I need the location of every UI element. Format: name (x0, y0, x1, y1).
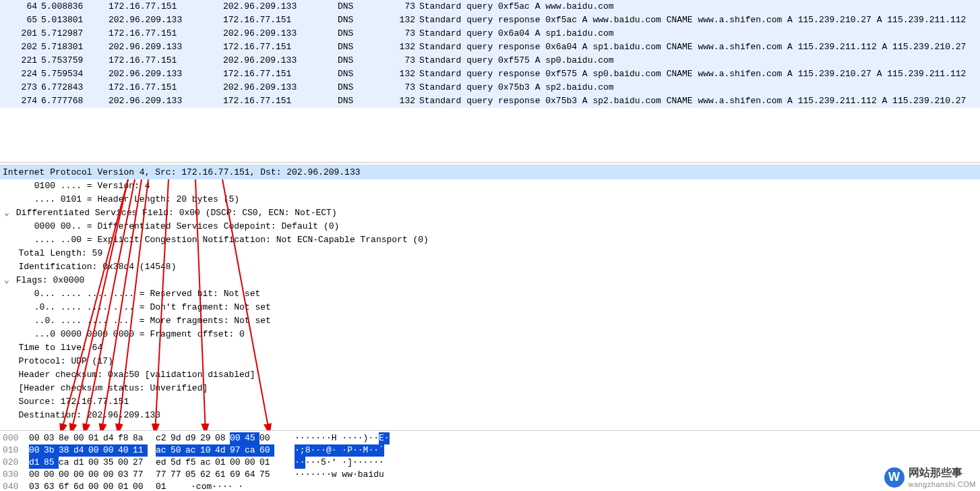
hex-byte[interactable]: 35 (103, 457, 118, 469)
hex-byte[interactable]: 08 (215, 432, 230, 444)
hex-byte[interactable]: 69 (230, 469, 245, 481)
hex-byte[interactable]: 03 (118, 469, 133, 481)
hex-dump-pane[interactable]: 000 00038e0001d4f88ac29dd92908004500····… (0, 430, 980, 491)
hex-byte[interactable]: 00 (103, 481, 118, 491)
hex-byte[interactable]: 5d (171, 457, 185, 469)
hex-byte[interactable]: 00 (88, 444, 103, 457)
detail-line[interactable]: Header checksum: 0xac50 [validation disa… (0, 368, 980, 382)
hex-byte[interactable]: 00 (245, 457, 259, 469)
hex-byte[interactable]: 05 (185, 469, 200, 481)
hex-byte[interactable]: 8e (59, 432, 73, 444)
detail-line[interactable]: ..0. .... .... .... = More fragments: No… (0, 314, 980, 328)
detail-line[interactable]: 0000 00.. = Differentiated Services Code… (0, 220, 980, 233)
hex-byte[interactable]: c2 (156, 432, 171, 444)
detail-line[interactable]: Source: 172.16.77.151 (0, 395, 980, 409)
hex-byte[interactable]: 61 (215, 469, 230, 481)
hex-byte[interactable]: 00 (73, 469, 88, 481)
packet-row[interactable]: 2215.753759172.16.77.151202.96.209.133DN… (0, 54, 980, 67)
packet-detail-pane[interactable]: Internet Protocol Version 4, Src: 172.16… (0, 166, 980, 430)
hex-byte[interactable]: d9 (185, 432, 200, 444)
hex-byte[interactable]: 00 (29, 444, 44, 457)
detail-line[interactable]: Time to live: 64 (0, 341, 980, 355)
detail-line[interactable]: ⌄ Differentiated Services Field: 0x00 (D… (0, 206, 980, 220)
detail-line[interactable]: [Header checksum status: Unverified] (0, 382, 980, 395)
hex-byte[interactable]: 4d (215, 444, 230, 457)
hex-byte[interactable]: 03 (29, 481, 44, 491)
packet-row[interactable]: 2015.712987172.16.77.151202.96.209.133DN… (0, 27, 980, 40)
hex-byte[interactable]: 01 (215, 457, 230, 469)
hex-row[interactable]: 040 03636f6d0000010001·com···· · (0, 481, 980, 491)
hex-byte[interactable]: ac (200, 457, 215, 469)
packet-row[interactable]: 2025.718301202.96.209.133172.16.77.151DN… (0, 40, 980, 54)
hex-byte[interactable]: ac (156, 444, 171, 457)
detail-line[interactable]: Protocol: UDP (17) (0, 355, 980, 368)
hex-byte[interactable]: 01 (88, 432, 103, 444)
hex-byte[interactable]: 11 (133, 444, 148, 457)
hex-byte[interactable]: 63 (44, 481, 59, 491)
hex-byte[interactable]: 6d (73, 481, 88, 491)
hex-byte[interactable]: 00 (44, 469, 59, 481)
hex-byte[interactable]: 8a (133, 432, 148, 444)
hex-byte[interactable]: 00 (230, 457, 245, 469)
hex-byte[interactable]: d4 (103, 432, 118, 444)
hex-byte[interactable]: 01 (259, 457, 274, 469)
hex-byte[interactable]: 00 (103, 469, 118, 481)
hex-byte[interactable]: d1 (73, 457, 88, 469)
hex-byte[interactable]: 00 (59, 469, 73, 481)
detail-line[interactable]: Identification: 0x38d4 (14548) (0, 260, 980, 274)
detail-line[interactable]: 0... .... .... .... = Reserved bit: Not … (0, 287, 980, 301)
detail-line[interactable]: .0.. .... .... .... = Don't fragment: No… (0, 301, 980, 314)
detail-line[interactable]: Total Length: 59 (0, 247, 980, 260)
detail-line[interactable]: ⌄ Flags: 0x0000 (0, 274, 980, 287)
hex-byte[interactable]: 77 (133, 469, 148, 481)
hex-byte[interactable]: 38 (59, 444, 73, 457)
hex-byte[interactable]: 3b (44, 444, 59, 457)
hex-byte[interactable]: 40 (118, 444, 133, 457)
hex-byte[interactable]: 85 (44, 457, 59, 469)
hex-byte[interactable]: 00 (88, 457, 103, 469)
hex-byte[interactable]: 9d (171, 432, 185, 444)
hex-byte[interactable]: 10 (200, 444, 215, 457)
packet-row[interactable]: 655.013801202.96.209.133172.16.77.151DNS… (0, 13, 980, 27)
ipv4-header-line[interactable]: Internet Protocol Version 4, Src: 172.16… (0, 166, 980, 179)
hex-byte[interactable]: 00 (29, 469, 44, 481)
hex-byte[interactable]: ca (59, 457, 73, 469)
hex-byte[interactable]: 45 (245, 432, 259, 444)
hex-byte[interactable]: d1 (29, 457, 44, 469)
hex-byte[interactable]: 03 (44, 432, 59, 444)
hex-byte[interactable]: 29 (200, 432, 215, 444)
hex-byte[interactable]: 6f (59, 481, 73, 491)
hex-byte[interactable]: 01 (118, 481, 133, 491)
detail-line[interactable]: .... 0101 = Header Length: 20 bytes (5) (0, 193, 980, 206)
packet-row[interactable]: 2245.759534202.96.209.133172.16.77.151DN… (0, 67, 980, 81)
hex-byte[interactable]: ed (156, 457, 171, 469)
hex-byte[interactable]: 64 (245, 469, 259, 481)
hex-byte[interactable]: 00 (88, 469, 103, 481)
hex-byte[interactable]: 97 (230, 444, 245, 457)
hex-byte[interactable]: 00 (133, 481, 148, 491)
expand-toggle[interactable]: ⌄ (3, 206, 11, 220)
hex-byte[interactable]: 75 (259, 469, 274, 481)
hex-byte[interactable]: 01 (156, 481, 171, 491)
hex-byte[interactable]: 62 (200, 469, 215, 481)
hex-byte[interactable]: 00 (259, 432, 274, 444)
hex-byte[interactable]: 00 (118, 457, 133, 469)
hex-byte[interactable]: 60 (259, 444, 274, 457)
hex-byte[interactable]: 27 (133, 457, 148, 469)
hex-row[interactable]: 010 003b38d400004011ac50ac104d97ca60·;8·… (0, 444, 980, 457)
hex-byte[interactable]: 00 (103, 444, 118, 457)
detail-line[interactable]: .... ..00 = Explicit Congestion Notifica… (0, 233, 980, 247)
packet-row[interactable]: 2746.777768202.96.209.133172.16.77.151DN… (0, 94, 980, 108)
detail-line[interactable]: 0100 .... = Version: 4 (0, 179, 980, 193)
hex-byte[interactable]: 00 (73, 432, 88, 444)
hex-byte[interactable]: 00 (88, 481, 103, 491)
hex-row[interactable]: 030 00000000000003777777056261696475····… (0, 469, 980, 481)
hex-byte[interactable]: 77 (156, 469, 171, 481)
hex-byte[interactable]: 00 (230, 432, 245, 444)
hex-row[interactable]: 020 d185cad100350027ed5df5ac01000001····… (0, 457, 980, 469)
hex-byte[interactable]: f5 (185, 457, 200, 469)
packet-row[interactable]: 645.008836172.16.77.151202.96.209.133DNS… (0, 0, 980, 13)
expand-toggle[interactable]: ⌄ (3, 274, 11, 287)
hex-row[interactable]: 000 00038e0001d4f88ac29dd92908004500····… (0, 432, 980, 444)
hex-byte[interactable]: f8 (118, 432, 133, 444)
